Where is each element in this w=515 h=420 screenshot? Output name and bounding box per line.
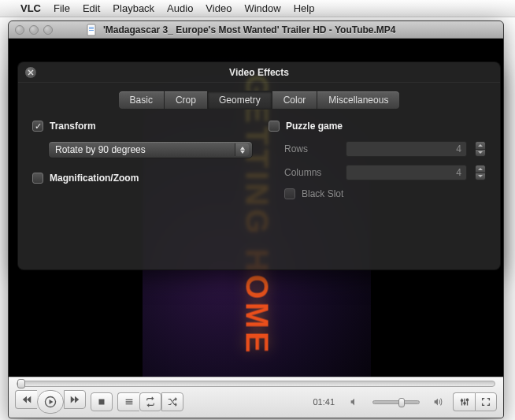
tab-color[interactable]: Color — [272, 91, 318, 110]
svg-point-8 — [466, 399, 468, 400]
rows-input[interactable]: 4 — [346, 141, 467, 157]
svg-rect-2 — [89, 28, 94, 29]
svg-rect-1 — [89, 27, 94, 28]
columns-field-row: Columns 4 — [284, 165, 486, 180]
puzzle-checkbox[interactable] — [269, 121, 280, 132]
black-slot-checkbox[interactable] — [284, 188, 295, 199]
volume-slider[interactable] — [372, 400, 420, 404]
stop-button[interactable] — [91, 392, 113, 411]
rows-label: Rows — [284, 143, 338, 154]
tab-miscellaneous[interactable]: Miscellaneous — [317, 91, 400, 110]
panel-close-button[interactable] — [24, 66, 37, 79]
system-menubar: VLC File Edit Playback Audio Video Windo… — [0, 0, 515, 17]
menu-window[interactable]: Window — [244, 2, 280, 14]
transform-select-value: Rotate by 90 degrees — [55, 144, 146, 155]
shuffle-button[interactable] — [161, 392, 183, 411]
menu-edit[interactable]: Edit — [83, 2, 100, 14]
fullscreen-button[interactable] — [475, 392, 497, 411]
puzzle-label: Puzzle game — [286, 121, 343, 132]
window-zoom-button[interactable] — [43, 25, 53, 35]
panel-header[interactable]: Video Effects — [18, 62, 500, 83]
svg-point-7 — [463, 403, 465, 404]
black-slot-checkbox-row: Black Slot — [284, 188, 486, 199]
equalizer-button[interactable] — [453, 392, 475, 411]
rows-stepper[interactable] — [475, 141, 486, 157]
effects-tab-bar: Basic Crop Geometry Color Miscellaneous — [18, 91, 500, 110]
window-traffic-lights — [15, 25, 53, 35]
play-button[interactable] — [37, 390, 64, 414]
menu-video[interactable]: Video — [206, 2, 232, 14]
svg-rect-3 — [89, 30, 94, 31]
svg-rect-5 — [99, 400, 105, 405]
window-close-button[interactable] — [15, 25, 24, 35]
tab-geometry[interactable]: Geometry — [208, 91, 272, 110]
skip-forward-button[interactable] — [64, 390, 86, 409]
rows-field-row: Rows 4 — [284, 141, 486, 157]
transform-checkbox-row: Transform — [32, 121, 253, 132]
columns-stepper[interactable] — [475, 165, 486, 180]
panel-title: Video Effects — [229, 67, 289, 78]
menu-help[interactable]: Help — [294, 2, 315, 14]
tab-basic[interactable]: Basic — [118, 91, 165, 110]
magnification-label: Magnification/Zoom — [50, 173, 139, 184]
columns-label: Columns — [284, 167, 338, 178]
app-menu[interactable]: VLC — [20, 2, 41, 14]
volume-low-icon[interactable] — [344, 392, 365, 411]
geometry-left-column: Transform Rotate by 90 degrees Magnifica… — [32, 121, 253, 209]
window-title: 'Madagascar 3_ Europe's Most Wanted' Tra… — [103, 24, 396, 35]
document-icon — [86, 24, 98, 36]
volume-high-icon[interactable] — [428, 392, 448, 411]
magnification-checkbox-row: Magnification/Zoom — [32, 173, 253, 184]
window-titlebar[interactable]: 'Madagascar 3_ Europe's Most Wanted' Tra… — [9, 21, 503, 39]
window-minimize-button[interactable] — [29, 25, 39, 35]
transform-select[interactable]: Rotate by 90 degrees — [48, 141, 253, 158]
menu-playback[interactable]: Playback — [113, 2, 154, 14]
columns-input[interactable]: 4 — [346, 165, 467, 180]
playback-controls: 01:41 — [9, 377, 503, 418]
transform-checkbox[interactable] — [32, 121, 43, 132]
geometry-right-column: Puzzle game Rows 4 Columns 4 Black Slot — [269, 121, 486, 209]
video-effects-panel: Video Effects Basic Crop Geometry Color … — [17, 61, 501, 270]
svg-point-6 — [461, 400, 462, 401]
repeat-button[interactable] — [139, 392, 161, 411]
menu-file[interactable]: File — [54, 2, 70, 14]
skip-back-button[interactable] — [15, 390, 37, 409]
menu-audio[interactable]: Audio — [167, 2, 193, 14]
tab-crop[interactable]: Crop — [165, 91, 208, 110]
black-slot-label: Black Slot — [302, 188, 343, 199]
select-stepper-icon — [235, 143, 249, 156]
puzzle-checkbox-row: Puzzle game — [269, 121, 486, 132]
magnification-checkbox[interactable] — [32, 173, 43, 184]
playlist-button[interactable] — [117, 392, 139, 411]
time-display: 01:41 — [313, 397, 335, 407]
transform-label: Transform — [50, 121, 96, 132]
seek-slider[interactable] — [17, 381, 495, 387]
